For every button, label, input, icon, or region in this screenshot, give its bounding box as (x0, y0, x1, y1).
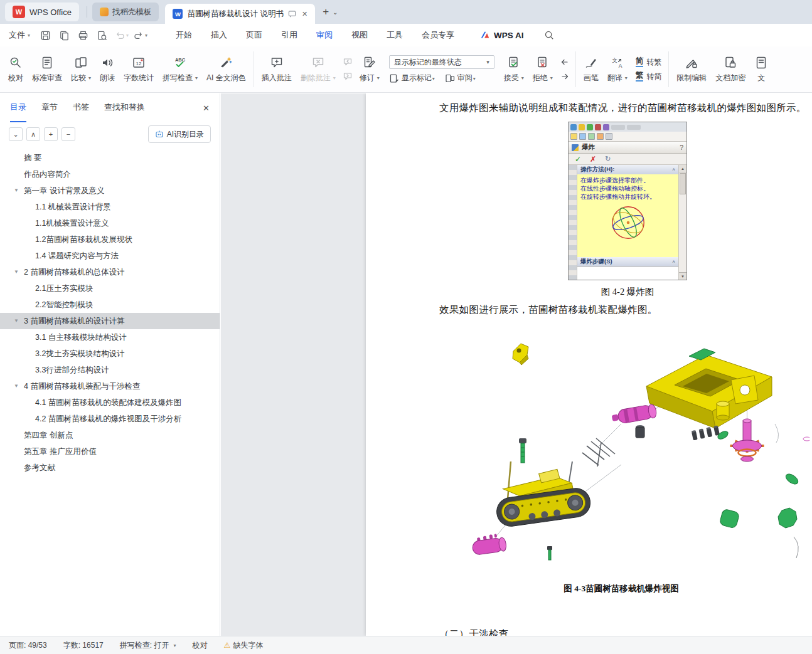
toc-item[interactable]: 第五章 推广应用价值 (0, 443, 220, 460)
toc-item[interactable]: ▼4 苗圃树苗移栽机装配与干涉检查 (0, 378, 220, 394)
toc-item[interactable]: ▼第一章 设计背景及意义 (0, 182, 220, 199)
toc-item[interactable]: 2.1压土夯实模块 (0, 280, 220, 297)
track-changes-button[interactable]: 修订 (355, 50, 384, 89)
paragraph[interactable]: 效果如图进行展示，苗圃树苗移栽机装配爆炸图。 (439, 303, 658, 317)
file-menu[interactable]: 文件 ▾ (9, 29, 30, 41)
expand-up-button[interactable]: ∧ (26, 127, 40, 141)
toc-item[interactable]: 1.1 机械装置设计背景 (0, 199, 220, 215)
restrict-editing-button[interactable]: 限制编辑 (672, 50, 711, 89)
paragraph[interactable]: 文用爆炸图来辅助说明组成和装配情况，进行的苗圃树苗移栽机的爆炸图如图所示。 (439, 102, 806, 115)
tab-list-caret-icon[interactable]: ⌄ (333, 9, 338, 16)
tab-reference[interactable]: 引用 (272, 24, 307, 46)
collapse-all-button[interactable]: ⌄ (9, 127, 23, 141)
show-markup-button[interactable]: 显示标记 (389, 73, 435, 83)
standard-review-button[interactable]: 标准审查 (28, 50, 67, 89)
toc-item[interactable]: 参考文献 (0, 460, 220, 476)
toc-item[interactable]: 4.1 苗圃树苗移栽机的装配体建模及爆炸图 (0, 394, 220, 411)
scroll-up-icon[interactable]: ▲ (679, 165, 686, 172)
figure-caption-bold[interactable]: 图 4-3苗圃树苗移栽机爆炸视图 (433, 583, 809, 594)
sidebar-tab-toc[interactable]: 目录 (10, 93, 26, 122)
tab-insert[interactable]: 插入 (201, 24, 237, 46)
save-icon[interactable] (40, 30, 51, 41)
toc-item[interactable]: 第四章 创新点 (0, 427, 220, 443)
sidebar-tab-find-replace[interactable]: 查找和替换 (104, 93, 145, 122)
undo-icon[interactable] (115, 30, 125, 40)
insert-comment-button[interactable]: 插入批注 (257, 50, 296, 89)
toc-item[interactable]: 3.1 自主移栽模块结构设计 (0, 329, 220, 345)
undo-caret-icon[interactable]: ▾ (126, 33, 129, 38)
scroll-down-icon[interactable]: ▼ (679, 272, 686, 280)
toc-item[interactable]: 1.1机械装置设计意义 (0, 215, 220, 231)
reject-button[interactable]: 拒绝 (528, 50, 557, 89)
translate-button[interactable]: 文A 翻译 (603, 50, 632, 89)
toc-expand-arrow-icon[interactable]: ▼ (14, 270, 19, 275)
print-preview-icon[interactable] (97, 30, 107, 41)
spell-check-status[interactable]: 拼写检查: 打开 (120, 640, 176, 651)
document-page[interactable]: 文用爆炸图来辅助说明组成和装配情况，进行的苗圃树苗移栽机的爆炸图如图所示。 爆炸… (366, 93, 812, 636)
toc-expand-arrow-icon[interactable]: ▼ (14, 188, 19, 193)
tab-home[interactable]: 开始 (166, 24, 201, 46)
tab-membership[interactable]: 会员专享 (412, 24, 464, 46)
previous-comment-button[interactable] (342, 57, 353, 67)
delete-comment-button[interactable]: 删除批注 (296, 50, 340, 89)
ai-polish-button[interactable]: AI 全文润色 (202, 50, 250, 89)
zoom-out-button[interactable]: − (61, 127, 75, 141)
template-tab[interactable]: 找稻壳模板 (92, 3, 159, 21)
toc-item[interactable]: 作品内容简介 (0, 166, 220, 182)
wps-ai-button[interactable]: WPS AI (480, 30, 524, 40)
toc-item-selected[interactable]: ▼3 苗圃树苗移栽机的设计计算 (0, 313, 220, 329)
comment-bubble-icon[interactable] (288, 10, 296, 18)
redo-icon[interactable] (134, 30, 144, 40)
proofread-button[interactable]: 校对 (4, 50, 28, 89)
export-icon[interactable] (59, 30, 70, 41)
tab-review[interactable]: 审阅 (307, 24, 342, 46)
scroll-thumb[interactable] (680, 173, 686, 194)
toc-item[interactable]: 3.3行进部分结构设计 (0, 362, 220, 378)
document-tab[interactable]: W 苗圃树苗移栽机设计 说明书 ✕ (165, 4, 315, 24)
zoom-in-button[interactable]: + (44, 127, 58, 141)
previous-change-button[interactable] (559, 57, 570, 67)
toc-item[interactable]: 2.2智能控制模块 (0, 297, 220, 313)
close-tab-icon[interactable]: ✕ (302, 10, 307, 18)
simplified-to-traditional-button[interactable]: 简 转繁 (636, 57, 662, 68)
redo-caret-icon[interactable]: ▾ (145, 33, 147, 38)
toc-item[interactable]: 3.2拢土夯实模块结构设计 (0, 345, 220, 362)
ink-pen-button[interactable]: 画笔 (579, 50, 603, 89)
toc-item[interactable]: 摘 要 (0, 150, 220, 166)
search-icon[interactable] (544, 30, 554, 40)
wps-home-tab[interactable]: W WPS Office (5, 3, 79, 21)
solidworks-explode-panel-image[interactable]: 爆炸 ? ✓ ✗ ↻ 操作方法(H): ˄ (568, 122, 687, 280)
tab-view[interactable]: 视图 (342, 24, 377, 46)
accept-button[interactable]: 接受 (499, 50, 528, 89)
review-pane-button[interactable]: 审阅 (445, 73, 476, 83)
missing-font-warning[interactable]: ⚠ 缺失字体 (223, 640, 263, 651)
traditional-to-simplified-button[interactable]: 繁 转简 (636, 71, 662, 82)
toc-item[interactable]: ▼2 苗圃树苗移栽机的总体设计 (0, 264, 220, 280)
toc-item[interactable]: 4.2 苗圃树苗移栽机的爆炸视图及干涉分析 (0, 411, 220, 427)
tab-page[interactable]: 页面 (237, 24, 272, 46)
next-change-button[interactable] (559, 71, 570, 82)
toc-expand-arrow-icon[interactable]: ▼ (14, 319, 19, 324)
encrypt-document-button[interactable]: 文档加密 (711, 50, 750, 89)
sidebar-tab-bookmarks[interactable]: 书签 (73, 93, 89, 122)
word-count-button[interactable]: 12 字数统计 (119, 50, 158, 89)
paragraph-clipped[interactable]: （二）干涉检查 (439, 628, 509, 636)
exploded-view-figure[interactable] (433, 330, 809, 574)
print-icon[interactable] (78, 30, 88, 41)
sidebar-tab-chapters[interactable]: 章节 (41, 93, 58, 122)
close-sidebar-icon[interactable]: ✕ (203, 103, 210, 113)
toc-item[interactable]: 1.2苗圃树苗移栽机发展现状 (0, 231, 220, 248)
clipped-ribbon-button[interactable]: 文 (750, 50, 772, 89)
read-aloud-button[interactable]: 朗读 (95, 50, 119, 89)
proofread-status[interactable]: 校对 (192, 640, 207, 651)
spell-check-button[interactable]: ABC 拼写检查 (158, 50, 202, 89)
tab-tools[interactable]: 工具 (377, 24, 412, 46)
markup-state-dropdown[interactable]: 显示标记的最终状态 (389, 55, 494, 69)
toc-item[interactable]: 1.4 课题研究内容与方法 (0, 248, 220, 264)
word-count-indicator[interactable]: 字数: 16517 (63, 640, 104, 651)
toc-expand-arrow-icon[interactable]: ▼ (14, 384, 19, 389)
compare-button[interactable]: 比较 (67, 50, 95, 89)
new-tab-icon[interactable]: + (323, 6, 329, 18)
ai-recognize-toc-button[interactable]: AI识别目录 (148, 125, 211, 143)
sw-scrollbar[interactable]: ▲ ▼ (678, 165, 686, 280)
